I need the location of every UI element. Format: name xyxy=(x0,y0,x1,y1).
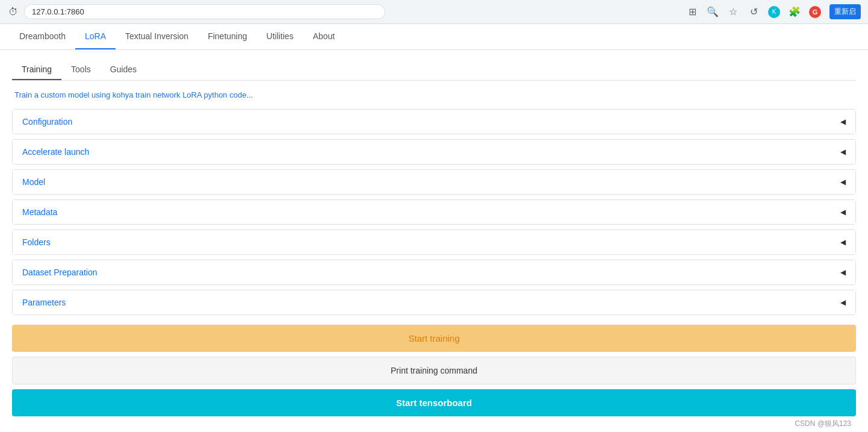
footer-text: CSDN @狼风123 xyxy=(795,419,851,428)
accordion-configuration-label: Configuration xyxy=(22,117,72,127)
accordion-configuration: Configuration ◀ xyxy=(12,109,856,134)
accordion-model-arrow: ◀ xyxy=(840,178,846,186)
accordion-parameters-header[interactable]: Parameters ◀ xyxy=(13,290,855,315)
start-training-button[interactable]: Start training xyxy=(12,325,856,352)
inner-tab-training[interactable]: Training xyxy=(12,60,61,80)
search-icon[interactable]: 🔍 xyxy=(707,6,719,18)
tab-textual-inversion[interactable]: Textual Inversion xyxy=(116,24,198,49)
accordion-dataset-preparation-arrow: ◀ xyxy=(840,268,846,277)
accordion-configuration-header[interactable]: Configuration ◀ xyxy=(13,110,855,134)
inner-tab-guides[interactable]: Guides xyxy=(101,60,146,80)
accordion-dataset-preparation: Dataset Preparation ◀ xyxy=(12,260,856,285)
accordion-parameters-arrow: ◀ xyxy=(840,298,846,307)
tab-utilities[interactable]: Utilities xyxy=(257,24,303,49)
accordion-metadata: Metadata ◀ xyxy=(12,199,856,225)
browser-chrome: ⏱ 127.0.0.1:7860 ⊞ 🔍 ☆ ↺ K 🧩 G 重新启 xyxy=(0,0,868,24)
page-container: Dreambooth LoRA Textual Inversion Finetu… xyxy=(0,24,868,432)
inner-tab-bar: Training Tools Guides xyxy=(12,60,856,81)
accordion-model: Model ◀ xyxy=(12,169,856,195)
accordion-dataset-preparation-header[interactable]: Dataset Preparation ◀ xyxy=(13,260,855,284)
tab-lora[interactable]: LoRA xyxy=(75,24,116,49)
main-content: Training Tools Guides Train a custom mod… xyxy=(0,50,868,432)
url-text: 127.0.0.1:7860 xyxy=(32,7,84,16)
action-buttons: Start training Print training command St… xyxy=(12,325,856,416)
accordion-list: Configuration ◀ Accelerate launch ◀ Mode… xyxy=(12,109,856,315)
accordion-parameters-label: Parameters xyxy=(22,298,66,307)
extension-icon[interactable]: 🧩 xyxy=(789,6,801,18)
print-command-button[interactable]: Print training command xyxy=(12,357,856,384)
accordion-folders-arrow: ◀ xyxy=(840,238,846,246)
bookmark-star-icon[interactable]: ☆ xyxy=(727,6,739,18)
accordion-folders-label: Folders xyxy=(22,237,51,247)
accordion-accelerate-launch-label: Accelerate launch xyxy=(22,147,89,157)
accordion-model-label: Model xyxy=(22,177,45,187)
accordion-folders: Folders ◀ xyxy=(12,230,856,255)
profile-icon[interactable]: G xyxy=(809,6,821,18)
menu-button[interactable]: 重新启 xyxy=(829,4,861,19)
tab-dreambooth[interactable]: Dreambooth xyxy=(10,24,75,49)
description-text: Train a custom model using kohya train n… xyxy=(12,90,856,99)
top-navigation: Dreambooth LoRA Textual Inversion Finetu… xyxy=(0,24,868,50)
tab-about[interactable]: About xyxy=(303,24,345,49)
start-tensorboard-button[interactable]: Start tensorboard xyxy=(12,389,856,416)
favicon-icon: ⏱ xyxy=(7,6,19,18)
accordion-metadata-label: Metadata xyxy=(22,207,57,217)
accordion-accelerate-launch-header[interactable]: Accelerate launch ◀ xyxy=(13,140,855,164)
accordion-dataset-preparation-label: Dataset Preparation xyxy=(22,268,98,277)
accordion-metadata-arrow: ◀ xyxy=(840,208,846,216)
browser-toolbar: ⊞ 🔍 ☆ ↺ K 🧩 G 重新启 xyxy=(686,4,861,19)
teal-icon[interactable]: K xyxy=(768,6,780,18)
accordion-parameters: Parameters ◀ xyxy=(12,290,856,315)
accordion-model-header[interactable]: Model ◀ xyxy=(13,170,855,194)
translate-icon[interactable]: ⊞ xyxy=(686,6,698,18)
accordion-accelerate-launch-arrow: ◀ xyxy=(840,148,846,156)
refresh-icon[interactable]: ↺ xyxy=(748,6,760,18)
accordion-configuration-arrow: ◀ xyxy=(840,117,846,126)
footer-note: CSDN @狼风123 xyxy=(12,416,856,431)
accordion-folders-header[interactable]: Folders ◀ xyxy=(13,230,855,254)
accordion-accelerate-launch: Accelerate launch ◀ xyxy=(12,139,856,164)
url-bar[interactable]: 127.0.0.1:7860 xyxy=(24,4,385,19)
accordion-metadata-header[interactable]: Metadata ◀ xyxy=(13,200,855,224)
tab-finetuning[interactable]: Finetuning xyxy=(198,24,256,49)
inner-tab-tools[interactable]: Tools xyxy=(61,60,101,80)
